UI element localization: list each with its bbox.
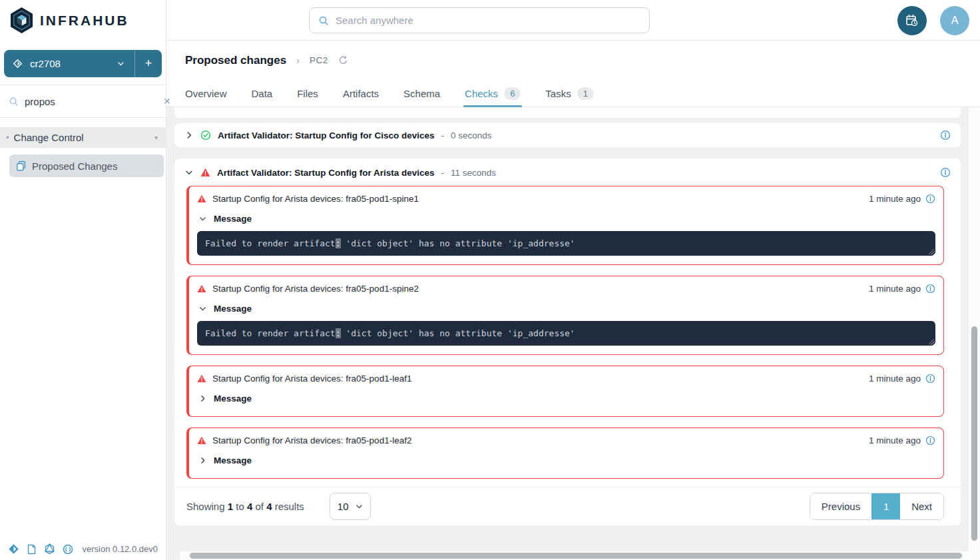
warning-triangle-icon	[197, 194, 206, 203]
brand-logo[interactable]: INFRAHUB	[0, 0, 166, 41]
message-toggle[interactable]: Message	[197, 214, 935, 224]
tasks-calendar-button[interactable]	[897, 6, 927, 35]
page-title[interactable]: Proposed changes	[185, 54, 286, 67]
version-label: version 0.12.0.dev0	[83, 544, 158, 554]
tab-overview[interactable]: Overview	[185, 80, 227, 107]
chevron-down-icon	[198, 304, 207, 313]
tab-checks[interactable]: Checks 6	[465, 80, 521, 107]
checks-count-badge: 6	[504, 87, 521, 100]
branch-selector-button[interactable]: cr2708 +	[4, 50, 162, 77]
global-search[interactable]	[309, 7, 650, 33]
previous-page-button[interactable]: Previous	[810, 493, 871, 519]
checks-panel: Artifact Validator: Startup Config for C…	[166, 107, 969, 560]
pager: Previous 1 Next	[810, 493, 944, 520]
chevron-right-icon	[198, 456, 207, 465]
message-label: Message	[214, 304, 252, 314]
tab-schema[interactable]: Schema	[403, 80, 440, 107]
info-icon[interactable]	[940, 130, 951, 140]
check-timestamp: 1 minute ago	[869, 435, 921, 445]
chevron-down-icon[interactable]	[117, 59, 125, 68]
sidebar-footer: version 0.12.0.dev0	[0, 543, 166, 555]
check-title: Startup Config for Arista devices: fra05…	[212, 374, 411, 384]
sidebar: INFRAHUB cr2708 + ✕ • C	[0, 0, 166, 560]
graphql-icon[interactable]	[44, 543, 55, 555]
resize-handle[interactable]	[927, 338, 934, 344]
breadcrumb-separator: ›	[296, 55, 300, 66]
message-label: Message	[214, 455, 252, 465]
warning-triangle-icon	[197, 436, 206, 445]
breadcrumb-current[interactable]: PC2	[310, 55, 328, 65]
resize-handle[interactable]	[927, 248, 934, 254]
breadcrumb: Proposed changes › PC2	[166, 41, 980, 80]
check-timestamp: 1 minute ago	[869, 194, 921, 204]
user-avatar[interactable]: A	[940, 6, 969, 35]
warning-triangle-icon	[200, 168, 210, 177]
chevron-down-icon[interactable]	[184, 168, 194, 177]
refresh-icon[interactable]	[338, 55, 348, 65]
message-output[interactable]: Failed to render artifact: 'dict object'…	[197, 321, 935, 346]
tab-bar: Overview Data Files Artifacts Schema Che…	[166, 80, 980, 107]
horizontal-scrollbar-track[interactable]	[180, 551, 980, 560]
validator-duration: 11 seconds	[451, 168, 496, 178]
vertical-scrollbar-thumb[interactable]	[971, 326, 977, 541]
message-toggle[interactable]: Message	[197, 304, 935, 314]
horizontal-scrollbar-thumb[interactable]	[190, 553, 962, 559]
tab-tasks[interactable]: Tasks 1	[545, 80, 594, 107]
page-size-select[interactable]: 10	[330, 493, 371, 520]
message-label: Message	[214, 394, 252, 404]
create-branch-button[interactable]: +	[135, 57, 162, 71]
brand-name: INFRAHUB	[40, 13, 129, 29]
tab-files[interactable]: Files	[297, 80, 318, 107]
tab-data[interactable]: Data	[252, 80, 273, 107]
sidebar-filter: ✕	[0, 85, 166, 118]
warning-triangle-icon	[197, 284, 206, 293]
message-toggle[interactable]: Message	[197, 394, 935, 404]
check-title: Startup Config for Arista devices: fra05…	[212, 284, 419, 294]
message-output[interactable]: Failed to render artifact: 'dict object'…	[197, 231, 935, 256]
validator-name: Artifact Validator: Startup Config for A…	[217, 168, 435, 178]
infrahub-hexagon-logo-icon	[9, 7, 34, 34]
validator-row-partial[interactable]	[174, 107, 961, 118]
check-card-spine1: Startup Config for Arista devices: fra05…	[186, 186, 944, 265]
docs-icon[interactable]	[27, 544, 37, 555]
vertical-scrollbar-track[interactable]	[969, 107, 980, 560]
validator-duration: 0 seconds	[451, 131, 492, 140]
main-area: A Proposed changes › PC2 Overview Data F…	[166, 0, 980, 560]
message-toggle[interactable]: Message	[197, 455, 935, 465]
check-card-spine2: Startup Config for Arista devices: fra05…	[186, 276, 944, 355]
validator-row-cisco[interactable]: Artifact Validator: Startup Config for C…	[174, 123, 961, 147]
page-1-button[interactable]: 1	[871, 493, 900, 519]
info-icon[interactable]	[940, 167, 951, 178]
text-cursor: :	[336, 328, 341, 338]
pagination: Showing 1 to 4 of 4 results 10	[174, 487, 961, 525]
avatar-initial: A	[951, 15, 959, 27]
info-icon[interactable]	[925, 194, 935, 204]
next-page-button[interactable]: Next	[900, 493, 943, 519]
bullet-icon: •	[6, 133, 9, 142]
sidebar-filter-input[interactable]	[25, 96, 157, 107]
validator-block-arista: Artifact Validator: Startup Config for A…	[174, 158, 961, 525]
info-icon[interactable]	[925, 284, 935, 294]
check-card-leaf2: Startup Config for Arista devices: fra05…	[186, 427, 944, 479]
sidebar-item-proposed-changes[interactable]: Proposed Changes	[9, 154, 164, 177]
chevron-right-icon[interactable]	[184, 131, 194, 140]
proposed-changes-icon	[16, 160, 27, 171]
search-icon	[318, 15, 329, 26]
global-search-input[interactable]	[336, 15, 640, 26]
page-size-value: 10	[338, 501, 349, 512]
validator-row-arista[interactable]: Artifact Validator: Startup Config for A…	[174, 158, 961, 185]
top-bar: A	[166, 0, 980, 41]
infrahub-mark-icon[interactable]	[8, 543, 19, 555]
info-icon[interactable]	[925, 374, 935, 384]
warning-triangle-icon	[197, 374, 206, 383]
sidebar-section-change-control[interactable]: • Change Control ▾	[0, 127, 166, 148]
swagger-api-icon[interactable]	[63, 544, 73, 555]
chevron-right-icon	[198, 394, 207, 403]
check-title: Startup Config for Arista devices: fra05…	[212, 435, 411, 445]
check-circle-icon	[200, 130, 211, 140]
branch-name: cr2708	[30, 58, 61, 69]
tab-artifacts[interactable]: Artifacts	[343, 80, 379, 107]
info-icon[interactable]	[925, 435, 935, 445]
app-root: INFRAHUB cr2708 + ✕ • C	[0, 0, 980, 560]
clear-filter-icon[interactable]: ✕	[163, 96, 171, 107]
